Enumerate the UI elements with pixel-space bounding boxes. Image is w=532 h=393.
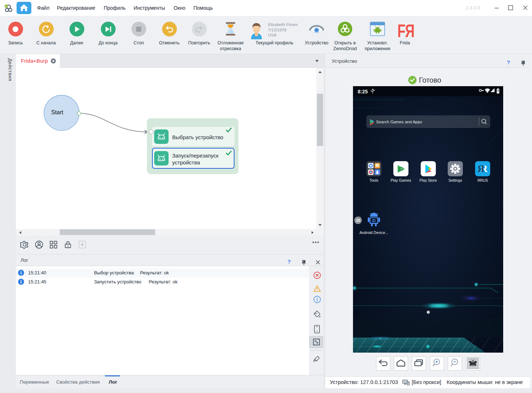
- svg-text:ЯRUS: ЯRUS: [477, 178, 488, 182]
- svg-text:Search Games and Apps: Search Games and Apps: [376, 120, 422, 124]
- svg-text:Settings: Settings: [448, 178, 462, 182]
- svg-text:8:25: 8:25: [358, 89, 368, 94]
- svg-text:Я: Я: [477, 163, 484, 174]
- svg-text:Tools: Tools: [370, 178, 379, 182]
- svg-text:Android Device...: Android Device...: [359, 230, 388, 235]
- svg-text:Play Games: Play Games: [390, 178, 411, 182]
- svg-text:Play Store: Play Store: [420, 178, 437, 182]
- svg-text:10: 10: [356, 218, 360, 222]
- svg-text:ID: ID: [372, 219, 376, 223]
